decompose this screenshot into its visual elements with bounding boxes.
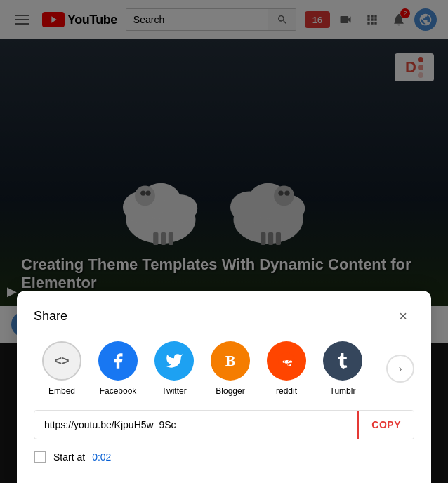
scroll-next-button[interactable]: › [386, 355, 414, 383]
embed-label: Embed [48, 386, 75, 396]
copy-url-button[interactable]: COPY [357, 411, 414, 439]
blogger-label: Blogger [216, 386, 244, 396]
facebook-icon [98, 341, 138, 381]
tumblr-svg [335, 353, 350, 369]
start-at-time[interactable]: 0:02 [92, 451, 111, 463]
tumblr-label: Tumblr [330, 386, 356, 396]
start-at-checkbox[interactable] [34, 451, 46, 463]
reddit-icon [267, 341, 306, 381]
modal-title: Share [34, 309, 67, 324]
twitter-svg [165, 352, 183, 370]
close-modal-button[interactable]: × [392, 305, 414, 327]
embed-icon: <> [42, 341, 81, 381]
share-modal: Share × <> Embed Facebook [17, 291, 431, 483]
share-url-text: https://youtu.be/KjpuH5w_9Sc [34, 411, 357, 439]
share-embed-button[interactable]: <> Embed [34, 341, 90, 396]
blogger-letter: B [225, 352, 236, 370]
share-options-row: <> Embed Facebook [34, 341, 414, 396]
start-at-label: Start at [53, 451, 85, 463]
share-blogger-button[interactable]: B Blogger [202, 341, 258, 396]
facebook-label: Facebook [100, 386, 137, 396]
twitter-icon [154, 341, 194, 381]
start-at-row: Start at 0:02 [34, 451, 414, 463]
share-url-bar: https://youtu.be/KjpuH5w_9Sc COPY [34, 410, 414, 439]
share-reddit-button[interactable]: reddit [258, 341, 315, 396]
share-twitter-button[interactable]: Twitter [146, 341, 202, 396]
twitter-label: Twitter [162, 386, 186, 396]
reddit-label: reddit [276, 386, 297, 396]
share-facebook-button[interactable]: Facebook [90, 341, 146, 396]
reddit-svg [277, 351, 296, 371]
share-options-scroll: <> Embed Facebook [34, 341, 386, 396]
modal-header: Share × [34, 305, 414, 327]
facebook-svg [109, 352, 127, 370]
blogger-icon: B [211, 341, 250, 381]
tumblr-icon [323, 341, 362, 381]
share-tumblr-button[interactable]: Tumblr [315, 341, 371, 396]
